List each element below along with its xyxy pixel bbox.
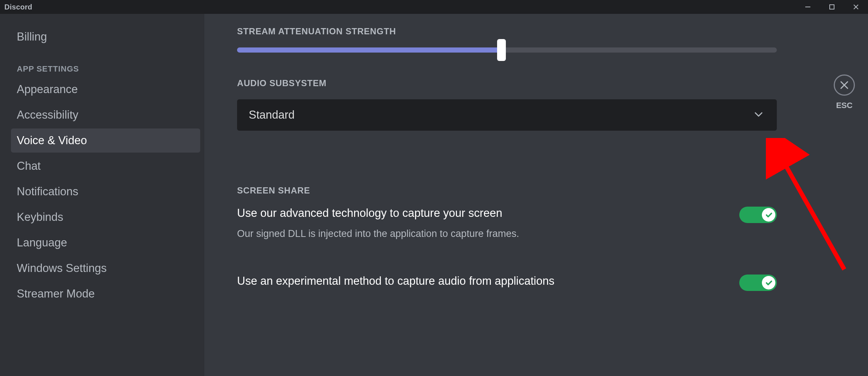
sidebar-item-keybinds[interactable]: Keybinds — [11, 205, 200, 229]
sidebar-item-voice-video[interactable]: Voice & Video — [11, 128, 200, 153]
chevron-down-icon — [753, 109, 764, 121]
sidebar-item-accessibility[interactable]: Accessibility — [11, 103, 200, 127]
toggle-experimental-audio[interactable] — [739, 275, 777, 291]
close-icon — [853, 4, 859, 10]
title-bar: Discord — [0, 0, 868, 14]
window-body: Billing APP SETTINGS Appearance Accessib… — [0, 14, 868, 376]
window-minimize-button[interactable] — [796, 0, 820, 14]
svg-rect-1 — [830, 5, 834, 9]
settings-content-wrap: STREAM ATTENUATION STRENGTH AUDIO SUBSYS… — [204, 14, 868, 376]
settings-content: STREAM ATTENUATION STRENGTH AUDIO SUBSYS… — [204, 14, 817, 376]
window-controls — [796, 0, 868, 14]
toggle-knob — [762, 208, 775, 222]
heading-audio-subsystem: AUDIO SUBSYSTEM — [237, 78, 777, 88]
sidebar-item-chat[interactable]: Chat — [11, 154, 200, 178]
heading-screen-share: SCREEN SHARE — [237, 185, 777, 196]
sidebar-item-streamer-mode[interactable]: Streamer Mode — [11, 282, 200, 306]
sidebar-item-language[interactable]: Language — [11, 231, 200, 255]
toggle-knob — [762, 276, 775, 289]
sidebar-section-app-settings: APP SETTINGS — [11, 50, 200, 77]
row-advanced-capture: Use our advanced technology to capture y… — [237, 207, 777, 223]
audio-subsystem-select[interactable]: Standard — [237, 99, 777, 131]
maximize-icon — [829, 4, 835, 10]
close-settings-button[interactable] — [834, 74, 855, 96]
window-close-button[interactable] — [844, 0, 868, 14]
row-experimental-audio: Use an experimental method to capture au… — [237, 275, 777, 291]
app-title: Discord — [4, 3, 32, 11]
minimize-icon — [805, 4, 811, 10]
sidebar-item-appearance[interactable]: Appearance — [11, 77, 200, 101]
settings-sidebar: Billing APP SETTINGS Appearance Accessib… — [0, 14, 204, 376]
toggle-advanced-capture[interactable] — [739, 207, 777, 223]
window-maximize-button[interactable] — [820, 0, 844, 14]
esc-label: ESC — [836, 101, 852, 110]
slider-fill — [237, 47, 501, 53]
sidebar-item-windows-settings[interactable]: Windows Settings — [11, 256, 200, 280]
attenuation-slider[interactable] — [237, 47, 777, 53]
sidebar-item-billing[interactable]: Billing — [11, 25, 200, 49]
audio-subsystem-value: Standard — [249, 108, 295, 122]
label-advanced-capture: Use our advanced technology to capture y… — [237, 207, 502, 220]
desc-advanced-capture: Our signed DLL is injected into the appl… — [237, 228, 777, 239]
close-panel: ESC — [834, 74, 855, 110]
check-icon — [765, 279, 773, 287]
heading-attenuation: STREAM ATTENUATION STRENGTH — [237, 26, 777, 37]
check-icon — [765, 211, 773, 219]
close-icon — [840, 80, 849, 90]
slider-thumb[interactable] — [497, 39, 506, 61]
sidebar-item-notifications[interactable]: Notifications — [11, 180, 200, 204]
label-experimental-audio: Use an experimental method to capture au… — [237, 275, 554, 288]
